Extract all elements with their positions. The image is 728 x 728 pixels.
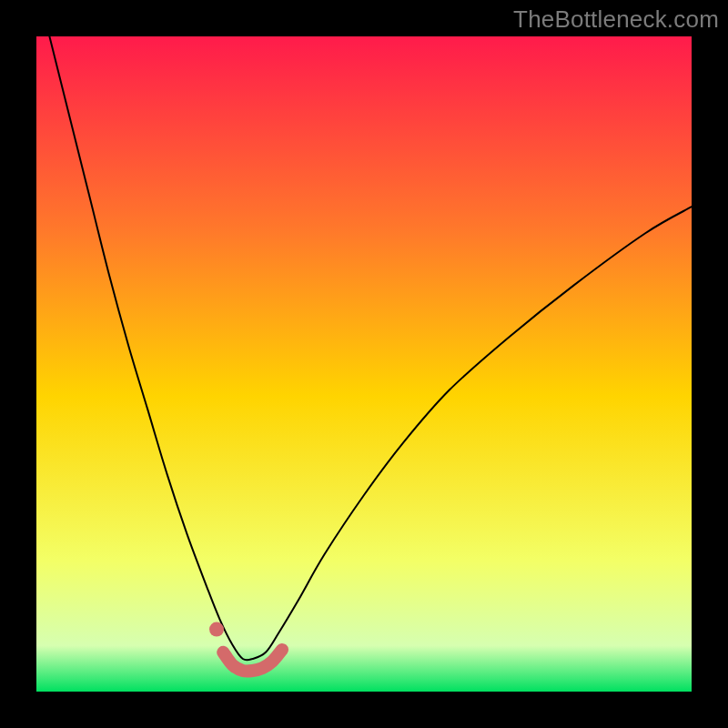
chart-canvas — [36, 36, 692, 692]
watermark-text: TheBottleneck.com — [513, 5, 719, 34]
highlight-dot — [209, 622, 224, 637]
chart-frame: TheBottleneck.com — [0, 0, 728, 728]
plot-area — [36, 36, 692, 692]
